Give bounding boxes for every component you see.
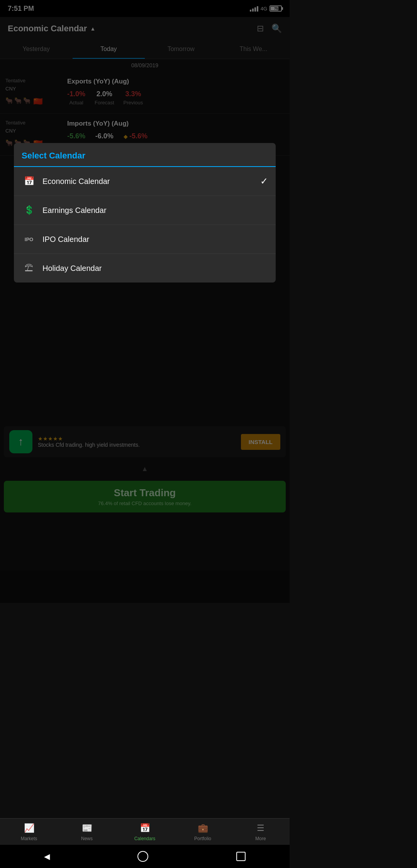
ipo-calendar-label: IPO Calendar <box>42 235 89 244</box>
earnings-calendar-label: Earnings Calendar <box>42 206 107 215</box>
economic-calendar-icon: 📅 <box>22 174 36 189</box>
holiday-calendar-icon: ⛱ <box>22 261 36 276</box>
earnings-calendar-icon: 💲 <box>22 203 36 218</box>
modal-item-economic[interactable]: 📅 Economic Calendar ✓ <box>14 167 276 196</box>
modal-title-row: Select Calendar <box>14 143 276 167</box>
modal-item-ipo[interactable]: IPO IPO Calendar <box>14 225 276 254</box>
select-calendar-modal: Select Calendar 📅 Economic Calendar ✓ 💲 … <box>14 143 276 283</box>
holiday-calendar-label: Holiday Calendar <box>42 264 102 273</box>
economic-calendar-label: Economic Calendar <box>42 177 110 186</box>
modal-item-earnings[interactable]: 💲 Earnings Calendar <box>14 196 276 225</box>
ipo-calendar-icon: IPO <box>22 232 36 247</box>
modal-title: Select Calendar <box>22 151 85 160</box>
modal-item-holiday[interactable]: ⛱ Holiday Calendar <box>14 254 276 283</box>
overlay-backdrop[interactable] <box>0 0 290 603</box>
checkmark-icon: ✓ <box>260 176 268 187</box>
